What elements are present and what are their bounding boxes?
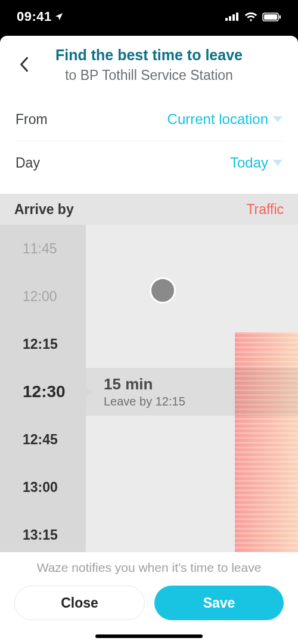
- header: Find the best time to leave to BP Tothil…: [0, 36, 298, 83]
- divider: [15, 141, 283, 141]
- selection-pointer-icon: [86, 387, 93, 397]
- leave-by-text: Leave by 12:15: [104, 395, 298, 408]
- svg-rect-1: [229, 16, 231, 21]
- cellular-icon: [225, 13, 240, 21]
- sheet: Find the best time to leave to BP Tothil…: [0, 36, 298, 644]
- from-label: From: [15, 112, 48, 128]
- save-label: Save: [203, 595, 235, 611]
- footer-notice: Waze notifies you when it's time to leav…: [14, 561, 284, 575]
- back-button[interactable]: [12, 52, 36, 76]
- footer-buttons: Close Save: [14, 586, 284, 620]
- battery-icon: [262, 13, 281, 21]
- time-column[interactable]: 11:45 12:00 12:15 12:30 12:45 13:00 13:1…: [0, 225, 86, 559]
- chevron-down-icon: [273, 160, 283, 166]
- from-row[interactable]: From Current location: [15, 100, 283, 138]
- svg-rect-5: [264, 14, 277, 20]
- svg-rect-6: [280, 15, 281, 18]
- selection-band: 15 min Leave by 12:15: [86, 368, 298, 416]
- traffic-label: Traffic: [246, 202, 284, 218]
- arrive-by-label: Arrive by: [14, 202, 74, 218]
- chevron-left-icon: [19, 57, 29, 72]
- picker-header: Arrive by Traffic: [0, 194, 298, 225]
- status-indicators: [225, 12, 281, 21]
- page-subtitle: to BP Tothill Service Station: [14, 67, 284, 83]
- close-button[interactable]: Close: [14, 586, 145, 620]
- form: From Current location Day Today: [0, 100, 298, 182]
- time-slot[interactable]: 13:15: [0, 511, 86, 559]
- svg-rect-2: [232, 14, 235, 21]
- day-row[interactable]: Day Today: [15, 144, 283, 182]
- location-arrow-icon: [54, 12, 64, 21]
- from-value-group: Current location: [167, 111, 283, 128]
- day-label: Day: [15, 155, 40, 171]
- close-label: Close: [61, 595, 98, 611]
- page-title: Find the best time to leave: [14, 47, 284, 64]
- time-slot[interactable]: 12:45: [0, 416, 86, 463]
- home-indicator[interactable]: [95, 634, 203, 638]
- status-time: 09:41: [17, 9, 52, 24]
- duration-text: 15 min: [104, 375, 298, 394]
- svg-rect-0: [225, 18, 228, 21]
- day-value: Today: [230, 154, 268, 171]
- traffic-chart: 15 min Leave by 12:15: [86, 225, 298, 559]
- status-time-group: 09:41: [17, 9, 64, 24]
- scroll-thumb-icon[interactable]: [150, 277, 176, 304]
- status-bar: 09:41: [0, 0, 298, 36]
- traffic-fade: [235, 317, 298, 334]
- time-slot[interactable]: 12:15: [0, 320, 86, 368]
- svg-rect-3: [236, 13, 238, 21]
- from-value: Current location: [167, 111, 268, 128]
- footer: Waze notifies you when it's time to leav…: [0, 552, 298, 644]
- time-slot[interactable]: 13:00: [0, 463, 86, 511]
- time-slot[interactable]: 11:45: [0, 225, 86, 273]
- day-value-group: Today: [230, 154, 283, 171]
- time-picker[interactable]: 11:45 12:00 12:15 12:30 12:45 13:00 13:1…: [0, 225, 298, 559]
- wifi-icon: [244, 12, 257, 21]
- save-button[interactable]: Save: [154, 586, 284, 620]
- time-slot-selected[interactable]: 12:30: [0, 368, 86, 416]
- chevron-down-icon: [273, 116, 283, 122]
- time-slot[interactable]: 12:00: [0, 273, 86, 320]
- traffic-bar-fill: [235, 332, 298, 559]
